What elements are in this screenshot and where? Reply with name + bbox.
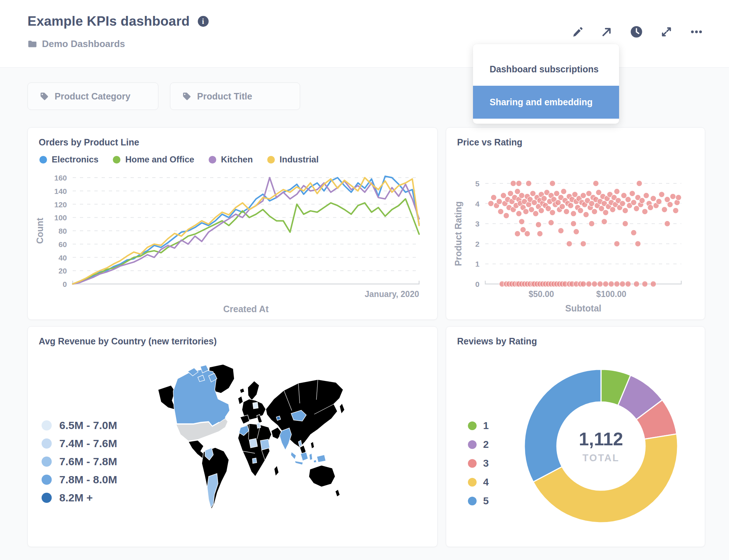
reviews-donut-wrap: 1,112 TOTAL	[517, 362, 685, 530]
legend-dot	[39, 156, 47, 164]
svg-text:80: 80	[59, 227, 67, 235]
legend-label: 1	[483, 420, 489, 432]
reviews-legend-item-3[interactable]: 3	[468, 458, 489, 469]
legend-dot	[42, 457, 52, 467]
country-tunisia	[257, 423, 261, 428]
clock-icon[interactable]	[630, 25, 643, 38]
country-new-zealand	[335, 489, 340, 497]
tag-icon	[39, 92, 49, 101]
svg-text:60: 60	[59, 240, 67, 249]
country-germany	[253, 402, 258, 409]
map-legend-item: 7.4M - 7.6M	[42, 437, 117, 450]
legend-item-home-and-office[interactable]: Home and Office	[113, 154, 194, 165]
svg-text:4: 4	[475, 200, 479, 208]
svg-text:160: 160	[54, 174, 67, 182]
svg-text:Subtotal: Subtotal	[565, 303, 601, 313]
country-indonesia	[314, 460, 316, 463]
country-indonesia	[309, 453, 312, 460]
legend-label: 7.4M - 7.6M	[59, 437, 117, 450]
legend-item-kitchen[interactable]: Kitchen	[209, 154, 253, 165]
map-legend-item: 8.2M +	[42, 492, 117, 504]
card-avg-revenue-by-country: Avg Revenue by Country (new territories)…	[27, 326, 438, 547]
country-australia	[309, 465, 335, 487]
svg-text:140: 140	[54, 187, 67, 195]
menu-item-dashboard-subscriptions[interactable]: Dashboard subscriptions	[473, 53, 619, 86]
legend-dot	[42, 493, 52, 503]
edit-pencil-icon[interactable]	[572, 26, 584, 38]
world-choropleth-map[interactable]	[154, 356, 416, 523]
svg-text:3: 3	[475, 220, 479, 228]
card-title: Avg Revenue by Country (new territories)	[39, 336, 217, 347]
orders-line-chart[interactable]: 020406080100120140160CountJanuary, 2020C…	[31, 168, 432, 313]
legend-label: 8.2M +	[59, 492, 93, 504]
country-uk	[238, 396, 243, 404]
filter-label: Product Title	[197, 91, 252, 102]
share-arrow-icon[interactable]	[601, 26, 613, 38]
reviews-legend: 1 2 3 4 5	[468, 420, 489, 507]
header-actions	[572, 25, 703, 38]
legend-label: 7.8M - 8.0M	[59, 474, 117, 486]
legend-label: Industrial	[280, 154, 319, 165]
card-reviews-by-rating: Reviews by Rating 1 2 3 4 5 1,112 TOTAL	[446, 326, 705, 547]
country-sudan	[260, 439, 270, 450]
legend-label: 3	[483, 458, 489, 469]
legend-dot	[468, 497, 477, 505]
price-rating-scatter-chart[interactable]: 012345$50.00$100.00Product RatingSubtota…	[452, 167, 696, 314]
legend-dot	[42, 420, 52, 430]
map-legend-item: 7.8M - 8.0M	[42, 474, 117, 486]
legend-item-electronics[interactable]: Electronics	[39, 154, 98, 165]
card-title: Orders by Product Line	[39, 137, 139, 148]
svg-text:Count: Count	[35, 217, 45, 244]
country-indonesia	[300, 452, 308, 461]
svg-text:Product Rating: Product Rating	[453, 201, 463, 266]
legend-item-industrial[interactable]: Industrial	[267, 154, 319, 165]
reviews-legend-item-5[interactable]: 5	[468, 495, 489, 507]
country-indonesia	[295, 461, 303, 465]
legend-label: 6.5M - 7.0M	[59, 419, 117, 432]
svg-text:0: 0	[475, 280, 479, 288]
legend-dot	[42, 475, 52, 485]
country-niger	[249, 438, 257, 448]
legend-label: Electronics	[52, 154, 98, 165]
legend-dot	[42, 438, 52, 449]
breadcrumb-label: Demo Dashboards	[42, 38, 125, 50]
legend-label: 2	[483, 439, 489, 450]
more-ellipsis-icon[interactable]	[690, 25, 703, 38]
breadcrumb[interactable]: Demo Dashboards	[27, 38, 125, 50]
filter-product-title[interactable]: Product Title	[170, 82, 300, 110]
card-title: Price vs Rating	[457, 137, 523, 148]
header: Example KPIs dashboard i Demo Dashboards	[0, 0, 729, 68]
country-india	[280, 428, 291, 450]
country-madagascar	[274, 466, 279, 476]
legend-dot	[267, 156, 275, 164]
country-iceland	[240, 388, 244, 393]
svg-text:40: 40	[59, 254, 67, 262]
legend-label: 4	[483, 476, 489, 488]
reviews-legend-item-2[interactable]: 2	[468, 439, 489, 450]
legend-dot	[209, 156, 216, 164]
country-philippines	[311, 442, 314, 449]
country-indonesia	[291, 452, 296, 459]
map-legend: 6.5M - 7.0M 7.4M - 7.6M 7.6M - 7.8M 7.8M…	[42, 419, 117, 504]
legend-label: 5	[483, 495, 489, 507]
region-scandinavia	[248, 381, 259, 400]
reviews-donut-chart[interactable]	[517, 362, 685, 530]
fullscreen-icon[interactable]	[660, 26, 673, 38]
country-new-guinea	[317, 455, 326, 462]
card-title: Reviews by Rating	[457, 336, 537, 347]
filter-label: Product Category	[55, 91, 131, 102]
legend-dot	[468, 440, 477, 449]
filter-product-category[interactable]: Product Category	[27, 82, 158, 110]
page-title: Example KPIs dashboard i	[27, 14, 209, 29]
svg-text:20: 20	[59, 267, 67, 275]
svg-text:120: 120	[54, 200, 67, 209]
orders-legend: Electronics Home and Office Kitchen Indu…	[39, 154, 319, 165]
legend-label: 7.6M - 7.8M	[59, 455, 117, 468]
reviews-legend-item-4[interactable]: 4	[468, 476, 489, 488]
reviews-legend-item-1[interactable]: 1	[468, 420, 489, 432]
svg-text:2: 2	[475, 240, 479, 248]
share-dropdown-menu: Dashboard subscriptions Sharing and embe…	[473, 44, 619, 124]
info-icon[interactable]: i	[198, 16, 209, 27]
menu-item-sharing-embedding[interactable]: Sharing and embedding	[473, 86, 619, 119]
legend-dot	[468, 478, 477, 487]
